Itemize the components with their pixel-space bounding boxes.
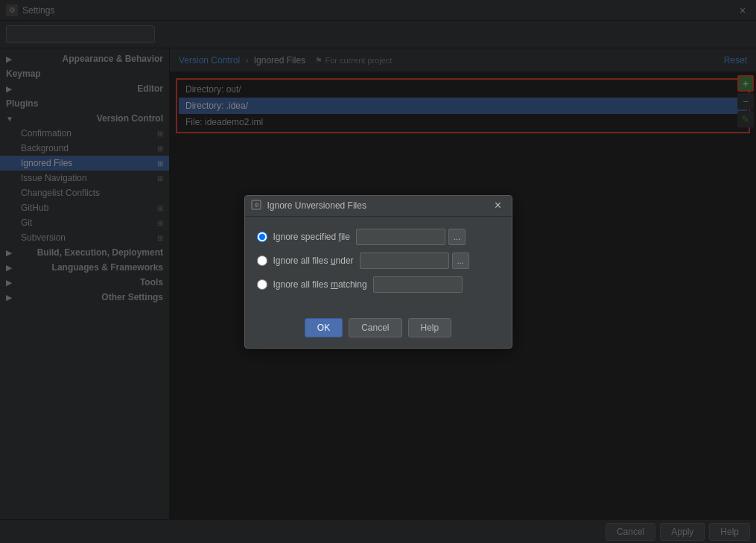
modal-title: Ignore Unversioned Files	[267, 200, 491, 211]
dialog-help-button[interactable]: Help	[408, 318, 452, 337]
dialog-ok-button[interactable]: OK	[305, 318, 343, 337]
dialog-cancel-button[interactable]: Cancel	[349, 318, 401, 337]
radio-matching[interactable]	[257, 279, 267, 290]
radio-specified-file[interactable]	[257, 232, 267, 242]
option-all-under: Ignore all files under ...	[257, 253, 500, 269]
label-matching: Ignore all files matching	[273, 279, 367, 290]
modal-title-bar: ⚙ Ignore Unversioned Files ×	[245, 196, 512, 217]
settings-window: ⚙ Settings × ▶ Appearance & Behavior Key…	[0, 0, 756, 543]
ignore-dialog: ⚙ Ignore Unversioned Files × Ignore spec…	[244, 195, 512, 349]
label-all-under: Ignore all files under	[273, 255, 354, 266]
input-all-under[interactable]	[360, 253, 449, 269]
modal-close-button[interactable]: ×	[491, 198, 506, 213]
modal-footer: OK Cancel Help	[245, 312, 512, 348]
modal-icon: ⚙	[251, 200, 263, 212]
radio-all-under[interactable]	[257, 255, 267, 266]
option-matching: Ignore all files matching	[257, 276, 500, 293]
input-specified-file[interactable]	[356, 229, 445, 245]
input-matching[interactable]	[373, 276, 463, 293]
browse-specified-file[interactable]: ...	[448, 229, 466, 245]
option-specified-file: Ignore specified file ...	[257, 229, 500, 245]
modal-body: Ignore specified file ... Ignore all fil…	[245, 217, 512, 312]
label-specified-file: Ignore specified file	[273, 232, 350, 242]
svg-text:⚙: ⚙	[253, 202, 258, 209]
modal-overlay: ⚙ Ignore Unversioned Files × Ignore spec…	[0, 0, 756, 543]
browse-all-under[interactable]: ...	[452, 253, 469, 269]
